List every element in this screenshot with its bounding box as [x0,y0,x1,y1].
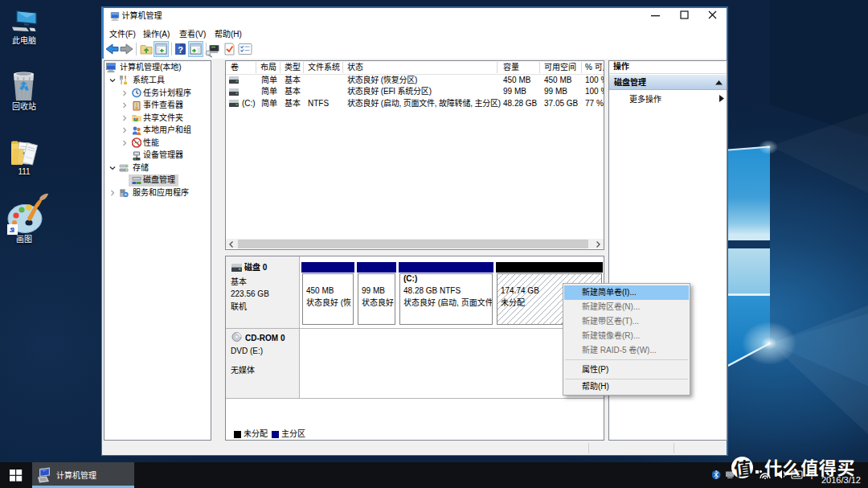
svg-text:?: ? [178,45,183,55]
